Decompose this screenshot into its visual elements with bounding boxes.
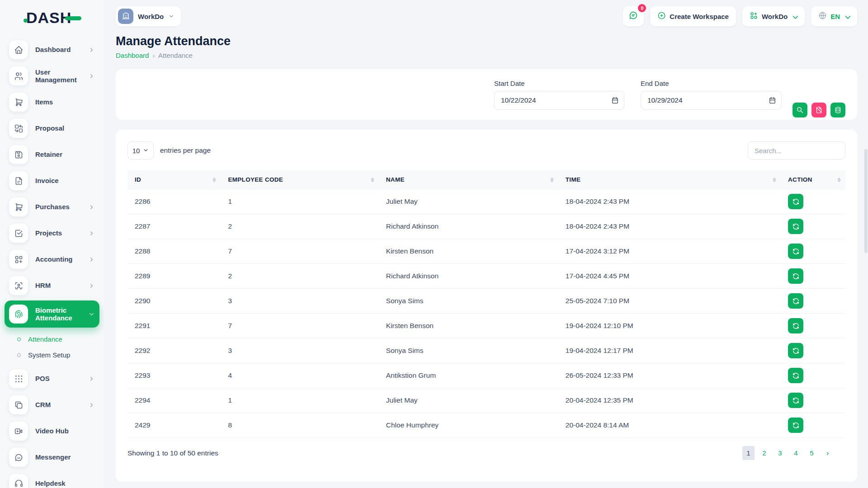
calendar-icon[interactable] bbox=[769, 96, 776, 104]
cell-action bbox=[781, 214, 845, 239]
column-header-employee-code[interactable]: EMPLOYEE CODE bbox=[221, 170, 378, 189]
resync-attendance-button[interactable] bbox=[788, 244, 803, 259]
page-button-5[interactable]: 5 bbox=[806, 446, 818, 460]
table-row: 22887Kirsten Benson17-04-2024 3:12 PM bbox=[127, 239, 845, 264]
sidebar-item-user-management[interactable]: User Management bbox=[5, 65, 99, 87]
brand-logo[interactable]: DASH bbox=[26, 9, 104, 27]
sidebar-item-retainer[interactable]: Retainer bbox=[5, 143, 99, 166]
next-page-button[interactable]: › bbox=[821, 446, 834, 460]
cell-employee_code: 8 bbox=[221, 413, 378, 438]
logo-dot bbox=[24, 19, 28, 23]
copy-icon bbox=[14, 400, 24, 410]
page-button-3[interactable]: 3 bbox=[774, 446, 786, 460]
breadcrumb-current: Attendance bbox=[158, 52, 193, 59]
page-button-1[interactable]: 1 bbox=[742, 446, 755, 460]
bullet-icon bbox=[17, 338, 21, 341]
page-button-2[interactable]: 2 bbox=[758, 446, 770, 460]
end-date-input[interactable] bbox=[641, 91, 782, 110]
database-icon bbox=[834, 106, 842, 114]
table-controls: 10 entries per page bbox=[127, 141, 845, 160]
language-selector[interactable]: EN bbox=[811, 6, 857, 26]
sidebar-item-pos[interactable]: POS bbox=[5, 367, 99, 390]
column-header-id[interactable]: ID bbox=[127, 170, 221, 189]
resync-attendance-button[interactable] bbox=[788, 219, 803, 234]
brand-logo-text: DASH bbox=[26, 9, 81, 27]
cell-action bbox=[781, 363, 845, 388]
calendar-icon[interactable] bbox=[611, 96, 619, 104]
messages-button[interactable]: 0 bbox=[623, 6, 644, 26]
chevron-right-icon bbox=[88, 402, 95, 408]
nav-icon-tile bbox=[9, 474, 28, 488]
resync-attendance-button[interactable] bbox=[788, 418, 803, 433]
headset-icon bbox=[14, 479, 24, 488]
notification-badge: 0 bbox=[638, 4, 646, 12]
chevron-down-icon bbox=[791, 13, 797, 19]
start-date-label: Start Date bbox=[494, 80, 624, 87]
resync-attendance-button[interactable] bbox=[788, 368, 803, 383]
cell-name: Kirsten Benson bbox=[379, 239, 558, 264]
resync-attendance-button[interactable] bbox=[788, 293, 803, 309]
column-header-time[interactable]: TIME bbox=[558, 170, 781, 189]
workdo-menu-button[interactable]: WorkDo bbox=[742, 6, 805, 26]
column-header-name[interactable]: NAME bbox=[379, 170, 558, 189]
table-row: 22892Richard Atkinson17-04-2024 4:45 PM bbox=[127, 264, 845, 289]
cell-id: 2289 bbox=[127, 264, 221, 289]
sidebar-nav: DashboardUser ManagementItemsProposalRet… bbox=[0, 38, 104, 488]
users-icon bbox=[14, 71, 24, 81]
nav-icon-tile bbox=[9, 395, 28, 414]
resync-attendance-button[interactable] bbox=[788, 343, 803, 358]
home-icon bbox=[14, 45, 24, 55]
sidebar-item-helpdesk[interactable]: Helpdesk bbox=[5, 472, 99, 488]
video-icon bbox=[14, 427, 24, 436]
file-off-icon bbox=[815, 106, 823, 114]
create-workspace-button[interactable]: Create Workspace bbox=[650, 6, 736, 26]
resync-attendance-button[interactable] bbox=[788, 268, 803, 284]
sidebar-item-label: CRM bbox=[35, 401, 81, 408]
filter-buttons bbox=[793, 103, 845, 117]
nav-icon-tile bbox=[9, 145, 28, 164]
language-label: EN bbox=[830, 13, 840, 20]
export-button[interactable] bbox=[830, 103, 845, 117]
sidebar-item-purchases[interactable]: Purchases bbox=[5, 196, 99, 218]
sidebar-item-items[interactable]: Items bbox=[5, 91, 99, 113]
breadcrumb: Dashboard › Attendance bbox=[116, 52, 857, 59]
resync-attendance-button[interactable] bbox=[788, 194, 803, 209]
main-area: WorkDo 0 Create Workspace WorkDo bbox=[104, 0, 868, 488]
search-input[interactable] bbox=[748, 141, 845, 160]
nav-icon-tile bbox=[9, 369, 28, 388]
scrollbar-track[interactable] bbox=[864, 0, 868, 488]
resync-attendance-button[interactable] bbox=[788, 318, 803, 333]
cart-icon bbox=[14, 98, 24, 107]
search-filter-button[interactable] bbox=[793, 103, 807, 117]
column-header-label: EMPLOYEE CODE bbox=[228, 176, 283, 183]
sidebar-item-proposal[interactable]: Proposal bbox=[5, 117, 99, 140]
sidebar-item-projects[interactable]: Projects bbox=[5, 222, 99, 244]
sidebar-subitem-attendance[interactable]: Attendance bbox=[5, 331, 99, 347]
sidebar-item-dashboard[interactable]: Dashboard bbox=[5, 38, 99, 61]
clear-filter-button[interactable] bbox=[811, 103, 826, 117]
breadcrumb-dashboard-link[interactable]: Dashboard bbox=[116, 52, 149, 59]
sidebar-item-invoice[interactable]: Invoice bbox=[5, 169, 99, 192]
cell-action bbox=[781, 289, 845, 314]
sidebar-item-crm[interactable]: CRM bbox=[5, 394, 99, 416]
sidebar-item-label: Retainer bbox=[35, 150, 95, 158]
cell-id: 2291 bbox=[127, 314, 221, 338]
sidebar-item-accounting[interactable]: Accounting bbox=[5, 248, 99, 271]
entries-per-page-select[interactable]: 10 bbox=[127, 141, 154, 160]
sidebar-item-hrm[interactable]: HRM bbox=[5, 274, 99, 297]
start-date-input[interactable] bbox=[494, 91, 624, 110]
sidebar-item-video-hub[interactable]: Video Hub bbox=[5, 420, 99, 442]
resync-attendance-button[interactable] bbox=[788, 393, 803, 408]
table-header-row: IDEMPLOYEE CODENAMETIMEACTION bbox=[127, 170, 845, 189]
chevron-right-icon bbox=[88, 47, 95, 53]
page-button-4[interactable]: 4 bbox=[790, 446, 802, 460]
chat-icon bbox=[628, 10, 638, 22]
sidebar-item-messenger[interactable]: Messenger bbox=[5, 446, 99, 469]
sidebar-item-biometric-attendance[interactable]: Biometric Attendance bbox=[5, 300, 99, 328]
column-header-action[interactable]: ACTION bbox=[781, 170, 845, 189]
workspace-selector[interactable]: WorkDo bbox=[116, 6, 181, 26]
sidebar-item-label: Video Hub bbox=[35, 427, 95, 435]
refresh-icon bbox=[792, 198, 800, 206]
scrollbar-thumb[interactable] bbox=[864, 149, 868, 253]
sidebar-subitem-system-setup[interactable]: System Setup bbox=[5, 347, 99, 363]
